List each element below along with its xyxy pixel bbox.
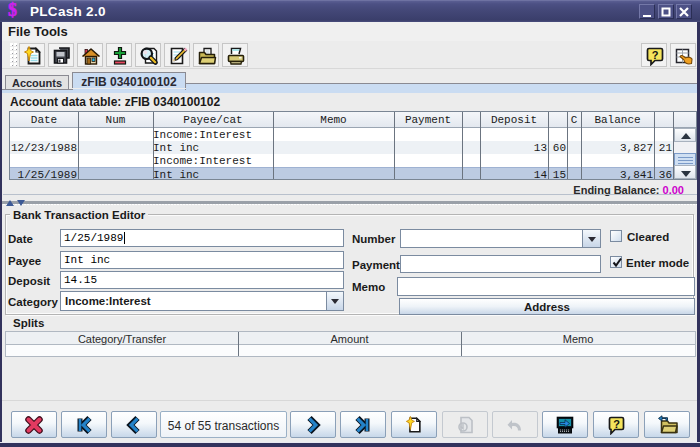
svg-text:?: ? [613,417,620,429]
svg-text:?: ? [652,49,659,61]
